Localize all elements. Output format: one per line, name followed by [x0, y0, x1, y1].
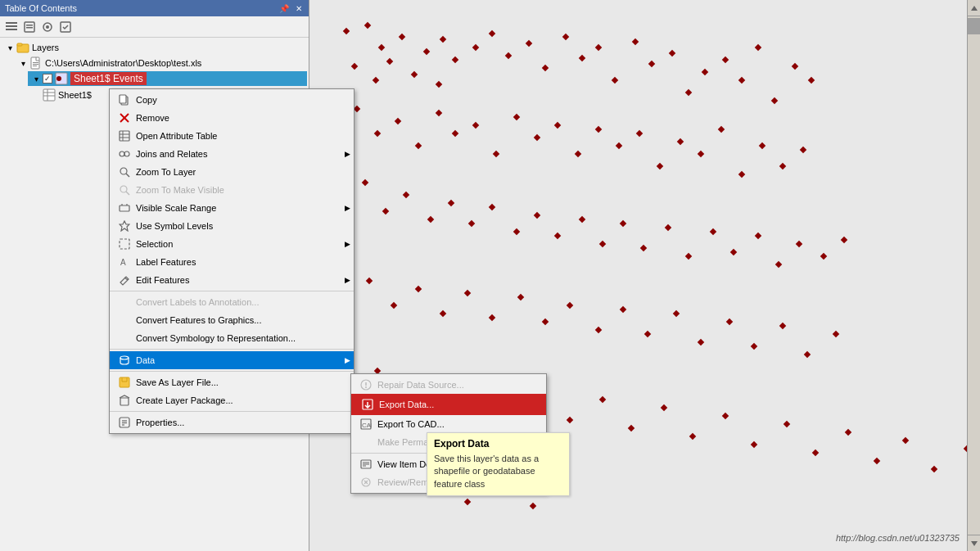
- menu-item-edit[interactable]: Edit Features ▶: [110, 271, 354, 289]
- save-layer-label: Save As Layer File...: [136, 377, 337, 387]
- map-data-point: [579, 216, 585, 223]
- map-data-point: [464, 499, 471, 505]
- map-data-point: [640, 245, 647, 251]
- map-data-point: [841, 237, 847, 243]
- menu-item-save-layer[interactable]: Save As Layer File...: [110, 373, 354, 391]
- export-cad-icon: CAD: [358, 418, 374, 431]
- svg-point-31: [120, 168, 127, 174]
- menu-item-properties[interactable]: Properties...: [110, 413, 354, 431]
- svg-rect-4: [26, 25, 33, 26]
- scale-arrow-icon: ▶: [345, 204, 350, 212]
- menu-item-attribute-table[interactable]: Open Attribute Table: [110, 127, 354, 145]
- map-data-point: [804, 351, 811, 358]
- map-data-point: [648, 61, 655, 67]
- toc-controls: 📌 ✕: [278, 4, 304, 13]
- map-data-point: [489, 204, 495, 210]
- right-scrollbar[interactable]: [967, 0, 980, 551]
- map-data-point: [685, 89, 692, 96]
- svg-point-30: [124, 151, 129, 156]
- svg-text:A: A: [120, 258, 126, 267]
- event-layer-icon: [55, 72, 68, 85]
- layers-root-row[interactable]: ▾ Layers: [2, 40, 307, 55]
- menu-item-zoom-visible: Zoom To Make Visible: [110, 181, 354, 199]
- table-menu-icon: [116, 129, 133, 142]
- map-data-point: [718, 126, 725, 133]
- map-data-point: [579, 55, 585, 61]
- symbol-label: Use Symbol Levels: [136, 221, 337, 231]
- selection-button[interactable]: [57, 19, 74, 35]
- menu-item-selection[interactable]: Selection ▶: [110, 235, 354, 253]
- convert-features-label: Convert Features to Graphics...: [136, 315, 337, 325]
- map-data-point: [399, 34, 405, 40]
- map-data-point: [489, 30, 495, 37]
- pin-button[interactable]: 📌: [278, 4, 291, 13]
- map-data-point: [669, 50, 675, 56]
- menu-item-label[interactable]: A Label Features: [110, 253, 354, 271]
- zoom-layer-label: Zoom To Layer: [136, 167, 337, 177]
- menu-item-convert-symbology[interactable]: Convert Symbology to Representation...: [110, 329, 354, 347]
- properties-menu-icon: [116, 416, 133, 429]
- map-data-point: [554, 122, 561, 129]
- map-data-point: [436, 110, 442, 116]
- menu-item-data[interactable]: Data ▶: [110, 351, 354, 369]
- map-data-point: [575, 151, 581, 157]
- data-arrow-icon: ▶: [345, 356, 350, 364]
- map-data-point: [661, 404, 667, 411]
- selected-layer-row[interactable]: ▾ Sheet1$ Events: [28, 71, 307, 86]
- joins-arrow-icon: ▶: [345, 150, 350, 158]
- svg-point-50: [365, 386, 367, 388]
- menu-item-scale[interactable]: Visible Scale Range ▶: [110, 199, 354, 217]
- svg-marker-38: [120, 221, 129, 231]
- map-data-point: [874, 458, 880, 464]
- repair-label: Repair Data Source...: [377, 380, 464, 390]
- svg-rect-25: [120, 131, 129, 141]
- map-data-point: [738, 171, 745, 178]
- zoom-layer-icon: [116, 165, 133, 178]
- map-data-point: [526, 40, 532, 47]
- menu-item-convert-features[interactable]: Convert Features to Graphics...: [110, 311, 354, 329]
- file-row[interactable]: ▾ C:\Users\Administrator\Desktop\test.xl…: [15, 56, 307, 70]
- map-data-point: [382, 208, 389, 215]
- menu-item-zoom-layer[interactable]: Zoom To Layer: [110, 163, 354, 181]
- map-data-point: [505, 52, 512, 59]
- app-container: Table Of Contents 📌 ✕: [0, 0, 980, 551]
- data-label: Data: [136, 355, 337, 365]
- visibility-button[interactable]: [39, 19, 56, 35]
- svg-rect-43: [120, 377, 129, 387]
- menu-item-package[interactable]: Create Layer Package...: [110, 391, 354, 409]
- svg-rect-13: [33, 64, 38, 65]
- close-toc-button[interactable]: ✕: [294, 4, 304, 13]
- map-data-point: [472, 44, 479, 51]
- remove-menu-icon: [116, 111, 133, 124]
- scroll-down-button[interactable]: [968, 535, 980, 551]
- scroll-up-button[interactable]: [968, 0, 980, 16]
- scroll-thumb[interactable]: [968, 18, 980, 34]
- layer-checkbox[interactable]: [43, 74, 52, 84]
- menu-separator-3: [110, 371, 354, 372]
- menu-item-symbol[interactable]: Use Symbol Levels: [110, 217, 354, 235]
- map-data-point: [513, 228, 520, 235]
- map-data-point: [427, 216, 434, 223]
- convert-symbology-label: Convert Symbology to Representation...: [136, 333, 337, 343]
- map-data-point: [628, 425, 635, 431]
- submenu-export-cad[interactable]: CAD Export To CAD...: [351, 415, 546, 433]
- menu-item-remove[interactable]: Remove: [110, 109, 354, 127]
- svg-rect-5: [26, 27, 33, 29]
- map-data-point: [436, 81, 442, 88]
- menu-item-joins[interactable]: Joins and Relates ▶: [110, 145, 354, 163]
- toc-toolbar: [0, 16, 309, 38]
- svg-point-33: [120, 186, 127, 192]
- map-data-point: [792, 63, 798, 70]
- list-view-button[interactable]: [3, 19, 20, 35]
- map-data-point: [755, 44, 761, 51]
- map-data-point: [779, 163, 786, 169]
- map-data-point: [730, 249, 737, 255]
- source-view-button[interactable]: [21, 19, 38, 35]
- map-data-point: [562, 34, 569, 40]
- menu-item-copy[interactable]: Copy: [110, 91, 354, 109]
- map-data-point: [567, 302, 573, 309]
- submenu-export-data[interactable]: Export Data...: [351, 394, 546, 415]
- map-data-point: [833, 331, 839, 337]
- map-data-point: [415, 142, 422, 149]
- map-data-point: [448, 200, 454, 206]
